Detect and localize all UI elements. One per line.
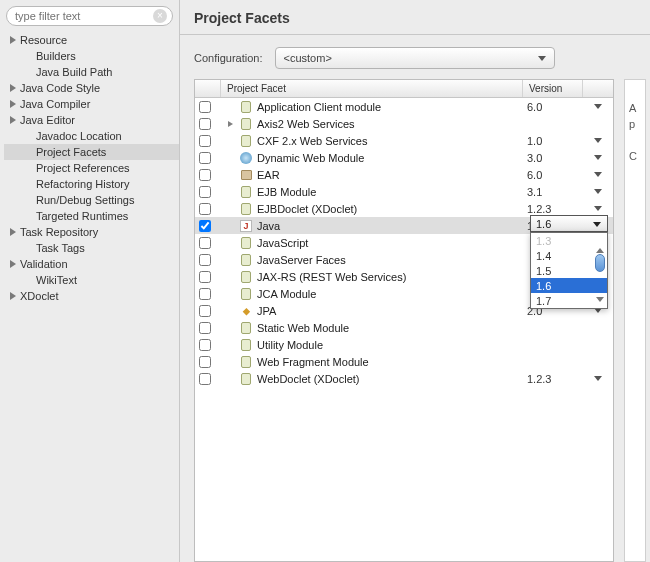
sidebar-item-resource[interactable]: Resource xyxy=(4,32,179,48)
sidebar-item-java-build-path[interactable]: Java Build Path xyxy=(4,64,179,80)
disclosure-triangle-icon[interactable] xyxy=(225,121,235,127)
disclosure-triangle-icon[interactable] xyxy=(8,35,18,45)
sidebar-item-java-editor[interactable]: Java Editor xyxy=(4,112,179,128)
disclosure-triangle-icon[interactable] xyxy=(8,99,18,109)
content-row: Project Facet Version Application Client… xyxy=(180,79,650,562)
right-line xyxy=(629,86,641,102)
file-icon xyxy=(239,338,253,352)
page-title: Project Facets xyxy=(194,10,636,26)
table-row[interactable]: Static Web Module xyxy=(195,319,613,336)
clear-filter-icon[interactable]: × xyxy=(153,9,167,23)
configuration-select[interactable]: <custom> xyxy=(275,47,555,69)
chevron-down-icon[interactable] xyxy=(594,206,602,211)
table-row[interactable]: Application Client module6.0 xyxy=(195,98,613,115)
facet-checkbox[interactable] xyxy=(199,322,211,334)
chevron-down-icon[interactable] xyxy=(594,172,602,177)
facet-version: 1.2.3 xyxy=(527,203,551,215)
sidebar-item-label: Targeted Runtimes xyxy=(36,210,128,222)
scroll-down-icon[interactable] xyxy=(596,297,604,302)
java-version-combo[interactable]: 1.6 xyxy=(530,215,608,232)
disclosure-triangle-icon[interactable] xyxy=(8,83,18,93)
facet-checkbox[interactable] xyxy=(199,135,211,147)
facet-checkbox[interactable] xyxy=(199,118,211,130)
facet-checkbox[interactable] xyxy=(199,152,211,164)
facet-checkbox[interactable] xyxy=(199,220,211,232)
sidebar-item-builders[interactable]: Builders xyxy=(4,48,179,64)
table-row[interactable]: Web Fragment Module xyxy=(195,353,613,370)
facet-checkbox[interactable] xyxy=(199,339,211,351)
file-icon xyxy=(239,117,253,131)
chevron-down-icon[interactable] xyxy=(594,189,602,194)
sidebar-item-refactoring-history[interactable]: Refactoring History xyxy=(4,176,179,192)
table-row[interactable]: Dynamic Web Module3.0 xyxy=(195,149,613,166)
sidebar-item-java-compiler[interactable]: Java Compiler xyxy=(4,96,179,112)
header-version[interactable]: Version xyxy=(523,80,583,97)
facet-checkbox[interactable] xyxy=(199,101,211,113)
facet-checkbox[interactable] xyxy=(199,254,211,266)
facet-checkbox[interactable] xyxy=(199,373,211,385)
title-bar: Project Facets xyxy=(180,0,650,30)
sidebar-item-project-facets[interactable]: Project Facets xyxy=(4,144,179,160)
table-row[interactable]: Utility Module xyxy=(195,336,613,353)
table-header: Project Facet Version xyxy=(195,80,613,98)
disclosure-spacer xyxy=(24,275,34,285)
disclosure-triangle-icon[interactable] xyxy=(8,291,18,301)
file-icon xyxy=(239,321,253,335)
disclosure-triangle-icon[interactable] xyxy=(8,115,18,125)
facet-label: EJBDoclet (XDoclet) xyxy=(257,203,357,215)
disclosure-triangle-icon[interactable] xyxy=(8,259,18,269)
config-row: Configuration: <custom> xyxy=(180,35,650,79)
sidebar-item-run-debug-settings[interactable]: Run/Debug Settings xyxy=(4,192,179,208)
table-row[interactable]: WebDoclet (XDoclet)1.2.3 xyxy=(195,370,613,387)
chevron-down-icon[interactable] xyxy=(594,104,602,109)
facet-label: JavaServer Faces xyxy=(257,254,346,266)
disclosure-triangle-icon[interactable] xyxy=(8,227,18,237)
filter-wrap: × xyxy=(6,6,173,26)
facet-checkbox[interactable] xyxy=(199,288,211,300)
facet-checkbox[interactable] xyxy=(199,203,211,215)
sidebar-item-label: Project References xyxy=(36,162,130,174)
facet-checkbox[interactable] xyxy=(199,305,211,317)
preferences-tree: ResourceBuildersJava Build PathJava Code… xyxy=(0,32,179,304)
table-row[interactable]: EAR6.0 xyxy=(195,166,613,183)
sidebar-item-java-code-style[interactable]: Java Code Style xyxy=(4,80,179,96)
table-row[interactable]: EJB Module3.1 xyxy=(195,183,613,200)
chevron-down-icon[interactable] xyxy=(594,155,602,160)
dropdown-scrollbar[interactable] xyxy=(595,247,605,306)
facet-version: 6.0 xyxy=(527,101,542,113)
table-row[interactable]: CXF 2.x Web Services1.0 xyxy=(195,132,613,149)
facet-version: 1.0 xyxy=(527,135,542,147)
java-version-value: 1.6 xyxy=(536,218,551,230)
sidebar: × ResourceBuildersJava Build PathJava Co… xyxy=(0,0,180,562)
sidebar-item-javadoc-location[interactable]: Javadoc Location xyxy=(4,128,179,144)
sidebar-item-task-repository[interactable]: Task Repository xyxy=(4,224,179,240)
config-label: Configuration: xyxy=(194,52,263,64)
version-option[interactable]: 1.3 xyxy=(531,233,607,248)
facet-checkbox[interactable] xyxy=(199,271,211,283)
scroll-up-icon[interactable] xyxy=(596,248,604,253)
header-facet[interactable]: Project Facet xyxy=(221,80,523,97)
facet-label: Java xyxy=(257,220,280,232)
sidebar-item-task-tags[interactable]: Task Tags xyxy=(4,240,179,256)
sidebar-item-validation[interactable]: Validation xyxy=(4,256,179,272)
version-dropdown[interactable]: 1.31.41.51.61.7 xyxy=(530,232,608,309)
table-row[interactable]: Axis2 Web Services xyxy=(195,115,613,132)
facet-label: JavaScript xyxy=(257,237,308,249)
sidebar-item-targeted-runtimes[interactable]: Targeted Runtimes xyxy=(4,208,179,224)
details-panel: A p C xyxy=(624,79,646,562)
main-panel: Project Facets Configuration: <custom> P… xyxy=(180,0,650,562)
sidebar-item-wikitext[interactable]: WikiText xyxy=(4,272,179,288)
scroll-thumb[interactable] xyxy=(595,254,605,272)
facet-checkbox[interactable] xyxy=(199,356,211,368)
sidebar-item-project-references[interactable]: Project References xyxy=(4,160,179,176)
chevron-down-icon[interactable] xyxy=(594,376,602,381)
chevron-down-icon[interactable] xyxy=(594,138,602,143)
disclosure-spacer xyxy=(24,179,34,189)
facet-checkbox[interactable] xyxy=(199,237,211,249)
sidebar-item-label: Java Code Style xyxy=(20,82,100,94)
facet-label: Axis2 Web Services xyxy=(257,118,355,130)
facet-checkbox[interactable] xyxy=(199,169,211,181)
sidebar-item-xdoclet[interactable]: XDoclet xyxy=(4,288,179,304)
filter-input[interactable] xyxy=(6,6,173,26)
facet-checkbox[interactable] xyxy=(199,186,211,198)
